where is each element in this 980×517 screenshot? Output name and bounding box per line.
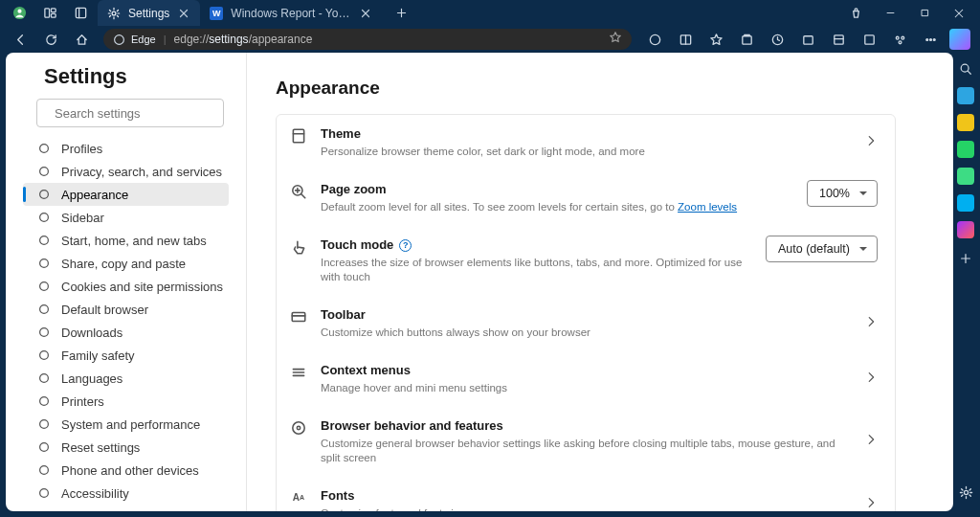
zoom-levels-link[interactable]: Zoom levels — [678, 201, 737, 213]
sidebar-app-messenger[interactable] — [957, 221, 974, 238]
back-button[interactable] — [6, 27, 34, 52]
protocol-label: Edge — [131, 34, 156, 45]
sidebar-item-profiles[interactable]: Profiles — [23, 137, 229, 160]
row-page-zoom: Page zoom Default zoom level for all sit… — [277, 170, 895, 226]
sidebar-item-default-browser[interactable]: Default browser — [23, 298, 229, 321]
favorites-icon[interactable] — [701, 27, 731, 52]
svg-point-42 — [40, 259, 49, 268]
sidebar-item-start-home-and-new-tabs[interactable]: Start, home, and new tabs — [23, 229, 229, 252]
home-icon — [36, 233, 52, 248]
sidebar-item-accessibility[interactable]: Accessibility — [23, 482, 229, 505]
rewards-icon[interactable] — [838, 0, 873, 26]
search-input[interactable] — [55, 106, 215, 121]
address-bar[interactable]: Edge | edge://settings/appearance — [103, 29, 632, 50]
sidebar-item-family-safety[interactable]: Family safety — [23, 344, 229, 367]
sidebar-item-label: Cookies and site permissions — [61, 280, 223, 294]
zoom-select[interactable]: 100% — [807, 180, 878, 207]
svg-point-49 — [40, 420, 49, 429]
svg-point-1 — [17, 10, 21, 13]
tab-actions-icon[interactable] — [65, 0, 96, 26]
svg-line-68 — [968, 71, 970, 74]
printer-icon — [36, 393, 52, 409]
svg-rect-25 — [803, 35, 812, 43]
more-menu-icon[interactable] — [915, 27, 946, 52]
row-toolbar[interactable]: Toolbar Customize which buttons always s… — [277, 296, 895, 351]
svg-point-19 — [650, 34, 659, 44]
sidebar-item-cookies-and-site-permissions[interactable]: Cookies and site permissions — [23, 275, 229, 298]
sidebar-item-printers[interactable]: Printers — [23, 390, 229, 413]
sidebar-item-label: Appearance — [61, 188, 128, 202]
row-context-menus[interactable]: Context menus Manage hover and mini menu… — [277, 351, 895, 407]
history-icon[interactable] — [762, 27, 792, 52]
sidebar-item-appearance[interactable]: Appearance — [23, 183, 229, 206]
row-theme[interactable]: Theme Personalize browser theme color, s… — [277, 115, 895, 170]
sidebar-add-icon[interactable] — [959, 252, 972, 269]
touch-select[interactable]: Auto (default) — [766, 236, 878, 262]
sidebar-item-reset-settings[interactable]: Reset settings — [23, 436, 229, 459]
copilot-icon[interactable] — [639, 27, 670, 52]
sidebar-item-label: Share, copy and paste — [61, 257, 186, 271]
sidebar-app-android[interactable] — [957, 168, 974, 185]
help-icon[interactable]: ? — [399, 239, 412, 252]
sidebar-item-label: Profiles — [61, 142, 102, 156]
site-identity[interactable]: Edge — [113, 34, 156, 46]
refresh-button[interactable] — [36, 27, 65, 52]
tab-settings[interactable]: Settings — [98, 0, 200, 26]
settings-page: Settings ProfilesPrivacy, search, and se… — [6, 53, 953, 511]
svg-rect-5 — [76, 8, 85, 17]
sidebar-search-icon[interactable] — [957, 60, 974, 78]
sidebar-item-system-and-performance[interactable]: System and performance — [23, 413, 229, 436]
sidebar-item-share-copy-and-paste[interactable]: Share, copy and paste — [23, 252, 229, 275]
close-icon[interactable] — [359, 7, 372, 20]
svg-rect-60 — [292, 312, 305, 321]
settings-search[interactable] — [36, 99, 224, 127]
sidebar-app-whatsapp[interactable] — [957, 141, 974, 158]
sidebar-item-downloads[interactable]: Downloads — [23, 321, 229, 344]
svg-point-18 — [115, 34, 124, 44]
maximize-button[interactable] — [907, 0, 942, 26]
extension-icon[interactable] — [792, 27, 823, 52]
split-screen-icon[interactable] — [670, 27, 701, 52]
settings-nav: ProfilesPrivacy, search, and servicesApp… — [23, 137, 229, 511]
svg-point-46 — [40, 351, 49, 360]
profile-avatar[interactable] — [4, 0, 34, 26]
sidebar-app-smiley[interactable] — [957, 114, 974, 131]
sidebar-app-skype[interactable] — [957, 194, 974, 212]
tab-windows-report[interactable]: W Windows Report - Your go-to sou — [200, 0, 382, 26]
sidebar-item-sidebar[interactable]: Sidebar — [23, 206, 229, 229]
extension4-icon[interactable] — [884, 27, 915, 52]
settings-content: Appearance Theme Personalize browser the… — [247, 53, 953, 511]
brush-icon — [36, 187, 52, 202]
sidebar-app-telegram[interactable] — [957, 87, 974, 104]
fonts-icon: AA — [290, 489, 307, 506]
copilot-side-icon[interactable] — [949, 29, 970, 50]
chevron-right-icon — [864, 371, 878, 388]
share-icon — [36, 256, 52, 271]
svg-rect-2 — [44, 9, 49, 17]
reset-icon — [36, 439, 52, 455]
sidebar-item-languages[interactable]: Languages — [23, 367, 229, 390]
svg-point-31 — [899, 40, 902, 43]
minimize-button[interactable] — [873, 0, 907, 26]
extension3-icon[interactable] — [854, 27, 884, 52]
row-browser-behavior[interactable]: Browser behavior and features Customize … — [277, 407, 895, 477]
sidebar-settings-icon[interactable] — [959, 485, 973, 504]
favorite-star-icon[interactable] — [609, 31, 622, 48]
svg-point-37 — [40, 145, 49, 153]
sidebar-item-privacy-search-and-services[interactable]: Privacy, search, and services — [23, 160, 229, 183]
collections-icon[interactable] — [731, 27, 762, 52]
sidebar-item-label: Start, home, and new tabs — [61, 234, 207, 248]
download-icon — [36, 325, 52, 340]
svg-point-41 — [40, 236, 49, 245]
workspaces-icon[interactable] — [34, 0, 65, 26]
home-button[interactable] — [67, 27, 96, 52]
close-window-button[interactable] — [942, 0, 976, 26]
close-icon[interactable] — [177, 7, 190, 20]
tab-label: Windows Report - Your go-to sou — [231, 7, 351, 20]
sidebar-item-about-microsoft-edge[interactable]: About Microsoft Edge — [23, 505, 229, 511]
row-fonts[interactable]: AA Fonts Customize fonts and font sizes — [277, 477, 895, 511]
new-tab-button[interactable] — [388, 0, 414, 26]
extension2-icon[interactable] — [823, 27, 854, 52]
sidebar-item-phone-and-other-devices[interactable]: Phone and other devices — [23, 459, 229, 482]
svg-rect-22 — [742, 35, 750, 43]
